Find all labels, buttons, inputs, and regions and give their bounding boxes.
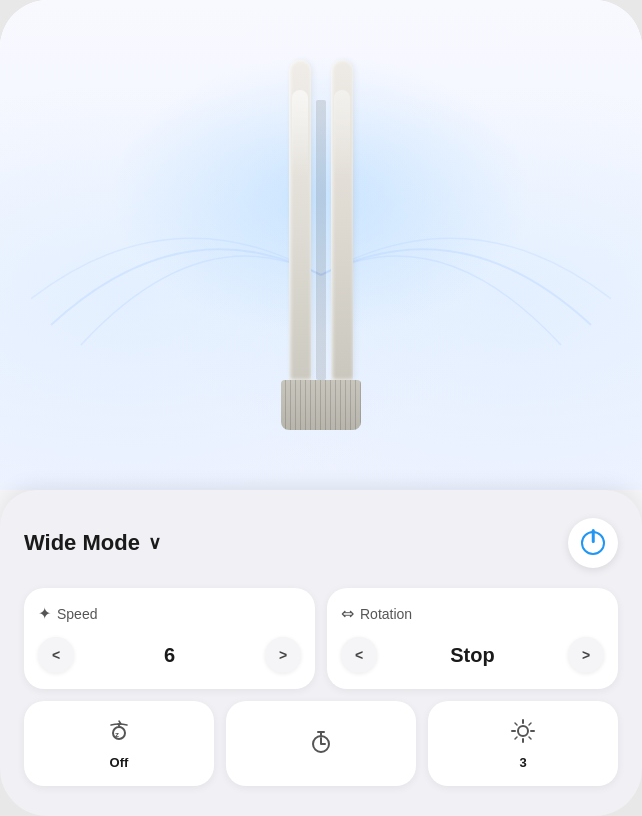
main-cards-row: ✦ Speed < 6 > ⇔ Rotation < Stop > xyxy=(24,588,618,689)
rotation-card: ⇔ Rotation < Stop > xyxy=(327,588,618,689)
svg-line-11 xyxy=(515,737,517,739)
fan-base xyxy=(281,380,361,430)
fan-base-lines xyxy=(281,380,361,430)
chevron-down-icon: ∨ xyxy=(148,532,161,554)
sleep-card[interactable]: z Off xyxy=(24,701,214,786)
speed-label-text: Speed xyxy=(57,606,97,622)
sleep-label: Off xyxy=(110,755,129,770)
fan-column-right xyxy=(331,60,353,380)
speed-prev-button[interactable]: < xyxy=(38,637,74,673)
svg-text:z: z xyxy=(115,730,119,739)
svg-line-9 xyxy=(529,737,531,739)
svg-line-8 xyxy=(515,723,517,725)
control-panel: Wide Mode ∨ ✦ Speed < 6 > xyxy=(0,490,642,816)
svg-line-10 xyxy=(529,723,531,725)
app-container: Wide Mode ∨ ✦ Speed < 6 > xyxy=(0,0,642,816)
bottom-row: z Off xyxy=(24,701,618,786)
fan-device xyxy=(281,60,361,430)
rotation-label: ⇔ Rotation xyxy=(341,604,604,623)
brightness-icon xyxy=(509,717,537,749)
panel-header: Wide Mode ∨ xyxy=(24,518,618,568)
fan-gap xyxy=(316,100,326,380)
svg-point-3 xyxy=(518,726,528,736)
brightness-card[interactable]: 3 xyxy=(428,701,618,786)
speed-card: ✦ Speed < 6 > xyxy=(24,588,315,689)
sleep-icon: z xyxy=(105,717,133,749)
rotation-prev-button[interactable]: < xyxy=(341,637,377,673)
mode-label: Wide Mode xyxy=(24,530,140,556)
rotation-next-button[interactable]: > xyxy=(568,637,604,673)
rotation-icon: ⇔ xyxy=(341,604,354,623)
rotation-label-text: Rotation xyxy=(360,606,412,622)
brightness-value: 3 xyxy=(519,755,526,770)
speed-next-button[interactable]: > xyxy=(265,637,301,673)
speed-controls: < 6 > xyxy=(38,637,301,673)
timer-icon xyxy=(307,728,335,760)
fan-column-left xyxy=(289,60,311,380)
speed-value: 6 xyxy=(145,644,195,667)
power-button[interactable] xyxy=(568,518,618,568)
mode-title[interactable]: Wide Mode ∨ xyxy=(24,530,161,556)
rotation-controls: < Stop > xyxy=(341,637,604,673)
timer-card[interactable] xyxy=(226,701,416,786)
power-icon xyxy=(581,531,605,555)
speed-icon: ✦ xyxy=(38,604,51,623)
speed-label: ✦ Speed xyxy=(38,604,301,623)
fan-area xyxy=(0,0,642,490)
rotation-value: Stop xyxy=(448,644,498,667)
